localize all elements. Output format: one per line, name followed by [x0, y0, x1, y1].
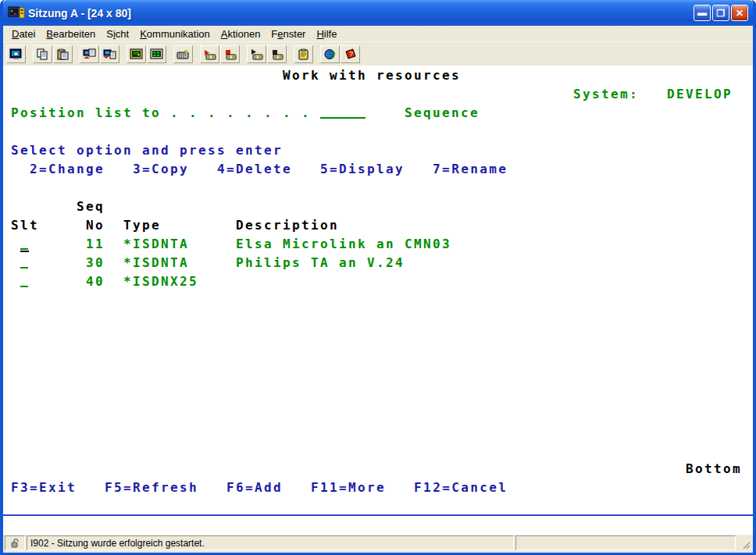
keyboard-setup-icon [177, 48, 190, 60]
stop-record-button[interactable] [220, 45, 240, 63]
terminal-text-run: 2=Change 3=Copy 4=Delete 5=Display 7=Ren… [30, 162, 508, 176]
display-setup-button[interactable] [127, 45, 146, 63]
terminal-text-run: Elsa Microlink an CMN03 [236, 237, 451, 251]
maximize-button[interactable]: ❒ [712, 5, 729, 21]
status-message: I902 - Sitzung wurde erfolgreich gestart… [27, 535, 514, 550]
keyboard-setup-button[interactable] [173, 45, 193, 63]
receive-file-button[interactable] [100, 45, 119, 63]
terminal-text-run: Slt [11, 219, 39, 232]
paste-button[interactable] [53, 45, 73, 63]
receive-file-icon [103, 48, 116, 60]
record-macro-icon [203, 48, 216, 60]
stop-record-icon [223, 48, 237, 60]
terminal-text-run: Description [236, 219, 339, 232]
terminal-text-run: 30 [86, 256, 105, 269]
resize-grip[interactable] [737, 535, 751, 550]
clipboard-pad-icon [297, 48, 310, 60]
oia-area [3, 516, 753, 535]
input-field[interactable] [320, 117, 366, 119]
terminal-text-run: 40 [86, 275, 105, 288]
play-macro-icon [250, 48, 263, 60]
status-spare-panel [515, 535, 736, 550]
menu-item-bearbeiten[interactable]: Bearbeiten [41, 27, 101, 41]
copy-icon [36, 48, 49, 60]
menu-item-datei[interactable]: Datei [6, 27, 41, 41]
menu-item-hilfe[interactable]: Hilfe [311, 27, 342, 41]
terminal-text-run: Seq [77, 200, 105, 213]
menu-item-sicht[interactable]: Sicht [101, 27, 134, 41]
stop-play-button[interactable] [267, 45, 287, 63]
close-button[interactable]: ✕ [731, 5, 748, 21]
terminal-text-run: Bottom [686, 462, 742, 475]
record-macro-button[interactable] [200, 45, 219, 63]
terminal-text-run: *ISDNTA [123, 256, 189, 269]
input-field[interactable] [20, 286, 28, 287]
display-setup-icon [130, 48, 143, 60]
toolbar: ? ? [3, 41, 753, 66]
paste-icon [56, 48, 70, 60]
title-bar[interactable]: Sitzung A - [24 x 80] ▬ ❒ ✕ [3, 0, 753, 26]
help-index-button[interactable]: ? [341, 45, 360, 63]
copy-button[interactable] [33, 45, 52, 63]
clipboard-pad-button[interactable] [294, 45, 313, 63]
svg-text:?: ? [349, 50, 354, 58]
terminal-text-run: Select option and press enter [11, 144, 283, 157]
web-help-icon: ? [323, 48, 337, 60]
menu-bar: DateiBearbeitenSichtKommunikationAktione… [3, 26, 753, 41]
menu-item-kommunikation[interactable]: Kommunikation [134, 27, 216, 41]
new-session-icon [9, 48, 23, 60]
terminal-text-run: F3=Exit F5=Refresh F6=Add F11=More F12=C… [11, 481, 508, 494]
terminal-text-run: DEVELOP [667, 87, 733, 101]
status-bar: I902 - Sitzung wurde erfolgreich gestart… [3, 535, 753, 551]
color-setup-button[interactable] [147, 45, 166, 63]
unlocked-padlock-icon [10, 538, 20, 548]
terminal-text-run: Type [123, 219, 161, 232]
new-session-button[interactable] [6, 45, 26, 63]
terminal-text-run: Work with resources [283, 69, 461, 82]
window-title: Sitzung A - [24 x 80] [28, 7, 694, 20]
terminal-screen[interactable]: Work with resourcesSystem:DEVELOPPositio… [3, 66, 753, 516]
status-lock-panel [5, 535, 25, 550]
play-macro-button[interactable] [247, 45, 266, 63]
terminal-text-run: System: [573, 87, 639, 101]
terminal-text-run: 11 [86, 237, 105, 251]
color-setup-icon [150, 48, 163, 60]
send-file-icon [83, 48, 96, 60]
terminal-text-run: Position list to . . . . . . . . [11, 106, 311, 119]
app-icon [8, 6, 25, 20]
input-field[interactable] [20, 267, 28, 269]
terminal-text-run: *ISDNTA [123, 237, 189, 251]
app-window: Sitzung A - [24 x 80] ▬ ❒ ✕ DateiBearbei… [0, 0, 756, 555]
menu-item-aktionen[interactable]: Aktionen [216, 27, 266, 41]
terminal-text-run: No [86, 219, 105, 232]
terminal-text-run: *ISDNX25 [123, 275, 198, 288]
send-file-button[interactable] [80, 45, 99, 63]
svg-text:?: ? [330, 51, 335, 59]
grip-icon [740, 539, 751, 550]
terminal-text-run: Sequence [405, 106, 480, 119]
minimize-button[interactable]: ▬ [694, 5, 711, 21]
stop-play-icon [270, 48, 284, 60]
text-cursor [20, 251, 29, 252]
help-index-icon: ? [344, 48, 357, 60]
terminal-text-run: Philips TA an V.24 [236, 256, 405, 269]
menu-item-fenster[interactable]: Fenster [266, 27, 311, 41]
web-help-button[interactable]: ? [320, 45, 340, 63]
